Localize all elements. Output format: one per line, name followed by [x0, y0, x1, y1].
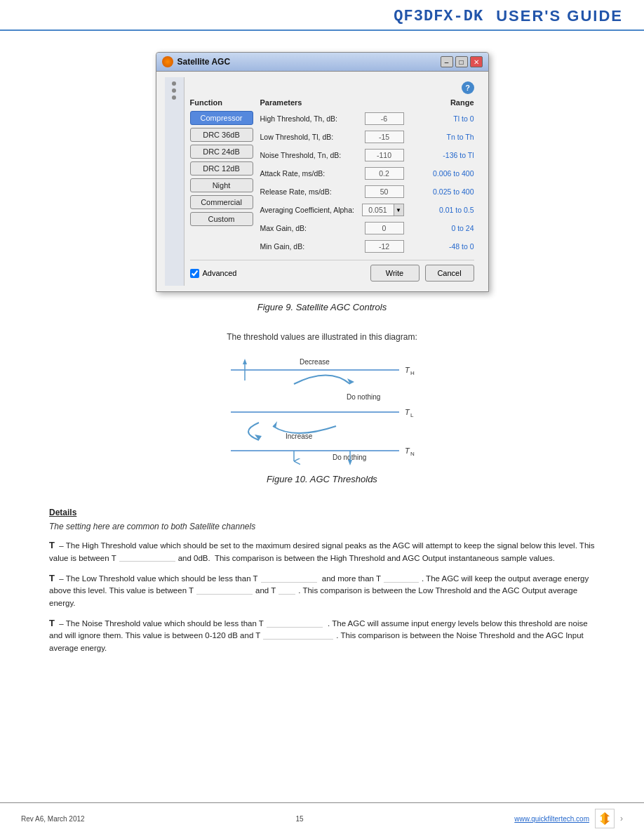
footer-url: www.quickfiltertech.com — [514, 815, 589, 823]
averaging-input-group: ▼ — [362, 204, 404, 216]
param-row-noise-threshold: Noise Threshold, Tn, dB: — [260, 147, 404, 163]
threshold-intro: The threshold values are illustrated in … — [35, 332, 609, 342]
range-noise-threshold: -136 to Tl — [443, 147, 474, 163]
svg-text:T: T — [405, 366, 410, 374]
compressor-button[interactable]: Compressor — [190, 111, 253, 125]
footer-buttons: Write Cancel — [370, 265, 474, 282]
help-row: ? — [190, 81, 474, 94]
minimize-button[interactable]: – — [441, 56, 453, 67]
min-gain-input[interactable] — [365, 240, 404, 253]
dialog-controls: – □ ✕ — [441, 56, 483, 67]
param-row-low-threshold: Low Threshold, Tl, dB: — [260, 129, 404, 145]
min-gain-label: Min Gain, dB: — [260, 242, 365, 251]
sidebar-dot-2 — [172, 88, 176, 93]
parameters-column: High Threshold, Th, dB: Low Threshold, T… — [260, 111, 404, 254]
details-section: Details The setting here are common to b… — [35, 505, 609, 654]
dialog-footer: Advanced Write Cancel — [190, 260, 474, 282]
range-col-header: Range — [404, 97, 474, 111]
product-name: QF3DFX-DK — [394, 8, 483, 25]
averaging-input[interactable] — [362, 204, 394, 216]
range-high-threshold: Tl to 0 — [453, 111, 474, 126]
low-threshold-input[interactable] — [365, 131, 404, 143]
svg-text:Increase: Increase — [286, 432, 313, 440]
help-icon[interactable]: ? — [462, 81, 474, 94]
attack-rate-label: Attack Rate, ms/dB: — [260, 169, 365, 178]
figure9-caption: Figure 9. Satellite AGC Controls — [35, 302, 609, 312]
figure9-caption-text: Figure 9. Satellite AGC Controls — [257, 302, 387, 312]
dialog-title-left: Satellite AGC — [162, 56, 231, 67]
advanced-label: Advanced — [203, 269, 237, 277]
range-averaging: 0.01 to 0.5 — [439, 202, 474, 218]
averaging-dropdown-btn[interactable]: ▼ — [394, 204, 404, 216]
svg-text:T: T — [405, 408, 410, 416]
footer-page-number: 15 — [295, 815, 303, 823]
chevron-right-icon: › — [620, 814, 623, 823]
range-attack-rate: 0.006 to 400 — [433, 166, 474, 181]
release-rate-input[interactable] — [365, 185, 404, 198]
high-threshold-input[interactable] — [365, 112, 404, 125]
cancel-button[interactable]: Cancel — [425, 265, 474, 282]
max-gain-label: Max Gain, dB: — [260, 224, 365, 232]
range-max-gain: 0 to 24 — [451, 220, 474, 236]
t-label-3: T — [49, 618, 55, 628]
commercial-button[interactable]: Commercial — [190, 195, 253, 209]
range-release-rate: 0.025 to 400 — [433, 184, 474, 199]
sidebar-dot-1 — [172, 81, 176, 86]
drc36-button[interactable]: DRC 36dB — [190, 128, 253, 142]
attack-rate-input[interactable] — [365, 167, 404, 180]
page-header: QF3DFX-DK USER'S GUIDE — [0, 0, 644, 31]
t-label-1: T — [49, 540, 55, 550]
advanced-checkbox[interactable] — [190, 269, 199, 278]
param-row-release-rate: Release Rate, ms/dB: — [260, 184, 404, 199]
release-rate-label: Release Rate, ms/dB: — [260, 187, 365, 196]
footer-right: www.quickfiltertech.com › — [514, 809, 623, 828]
function-buttons: Compressor DRC 36dB DRC 24dB DRC 12dB Ni… — [190, 111, 260, 254]
dialog-app-icon — [162, 56, 173, 67]
close-button[interactable]: ✕ — [470, 56, 483, 67]
range-low-threshold: Tn to Th — [447, 129, 474, 145]
dialog-columns: Function Parameters Range Compressor DRC… — [190, 97, 474, 254]
dialog-body: ? Function Parameters Range Compressor D… — [156, 72, 488, 291]
write-button[interactable]: Write — [370, 265, 420, 282]
drc12-button[interactable]: DRC 12dB — [190, 161, 253, 176]
averaging-label: Averaging Coefficient, Alpha: — [260, 206, 362, 214]
t-label-2: T — [49, 573, 55, 583]
svg-marker-20 — [348, 460, 352, 465]
page-footer: Rev A6, March 2012 15 www.quickfiltertec… — [0, 802, 644, 834]
diagram-container: T H T L T N Decrease Do nothing — [35, 349, 609, 468]
param-row-min-gain: Min Gain, dB: — [260, 239, 404, 254]
svg-text:Decrease: Decrease — [300, 358, 330, 366]
param-row-averaging: Averaging Coefficient, Alpha: ▼ — [260, 202, 404, 218]
detail-para-3: T – The Noise Threshold value which shou… — [49, 616, 595, 654]
noise-threshold-input[interactable] — [365, 149, 404, 161]
svg-marker-17 — [243, 359, 247, 364]
footer-revision: Rev A6, March 2012 — [21, 815, 85, 823]
figure10-caption: Figure 10. AGC Thresholds — [35, 474, 609, 484]
dialog-title-text: Satellite AGC — [177, 57, 231, 67]
noise-threshold-label: Noise Threshold, Tn, dB: — [260, 151, 365, 159]
custom-button[interactable]: Custom — [190, 212, 253, 226]
max-gain-input[interactable] — [365, 222, 404, 234]
details-subtitle: The setting here are common to both Sate… — [49, 522, 595, 531]
parameters-col-header: Parameters — [260, 97, 404, 111]
svg-text:L: L — [410, 412, 414, 418]
night-button[interactable]: Night — [190, 178, 253, 192]
figure10-caption-text: Figure 10. AGC Thresholds — [267, 474, 377, 484]
company-logo — [595, 809, 615, 828]
svg-text:T: T — [405, 446, 410, 455]
dialog-inner: ? Function Parameters Range Compressor D… — [165, 77, 480, 286]
drc24-button[interactable]: DRC 24dB — [190, 145, 253, 159]
sidebar-dot-3 — [172, 95, 176, 100]
dialog-titlebar: Satellite AGC – □ ✕ — [156, 53, 488, 72]
details-header: Details — [49, 508, 76, 517]
detail-para-1: T – The High Threshold value which shoul… — [49, 538, 595, 564]
advanced-checkbox-group: Advanced — [190, 269, 237, 278]
dialog-main: ? Function Parameters Range Compressor D… — [185, 77, 480, 286]
range-column: Tl to 0 Tn to Th -136 to Tl 0.006 to 400… — [404, 111, 474, 254]
high-threshold-label: High Threshold, Th, dB: — [260, 114, 365, 123]
svg-text:N: N — [410, 451, 415, 457]
satellite-agc-dialog: Satellite AGC – □ ✕ — [156, 52, 489, 292]
page-content: Satellite AGC – □ ✕ — [0, 31, 644, 675]
maximize-button[interactable]: □ — [455, 56, 468, 67]
param-row-high-threshold: High Threshold, Th, dB: — [260, 111, 404, 126]
